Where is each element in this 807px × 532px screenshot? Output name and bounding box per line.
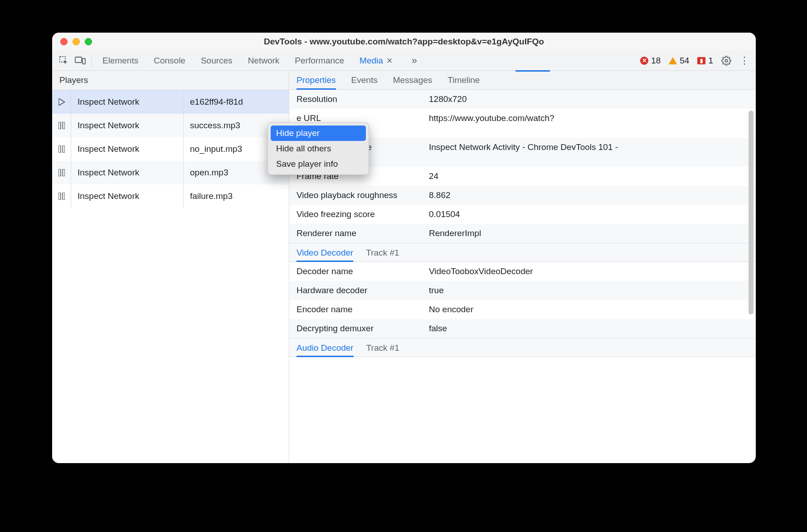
inspect-element-icon[interactable]: [56, 53, 72, 69]
prop-value: RendererImpl: [429, 228, 749, 238]
player-label: Inspect Network: [71, 184, 184, 208]
prop-key: Renderer name: [297, 228, 429, 238]
issues-count: 1: [708, 56, 713, 66]
tab-network[interactable]: Network: [248, 54, 280, 68]
close-window-button[interactable]: [60, 38, 68, 45]
video-decoder-section: Video Decoder Track #1: [289, 243, 756, 262]
svg-point-3: [725, 59, 728, 62]
section-title[interactable]: Video Decoder: [297, 248, 353, 262]
player-row[interactable]: Inspect Network success.mp3: [52, 114, 289, 137]
player-row[interactable]: Inspect Network no_input.mp3: [52, 137, 289, 161]
kebab-menu-icon[interactable]: ⋮: [739, 55, 749, 67]
tab-performance[interactable]: Performance: [295, 54, 344, 68]
scrollbar-thumb[interactable]: [749, 111, 754, 314]
tab-sources[interactable]: Sources: [201, 54, 233, 68]
prop-key: Video freezing score: [297, 209, 429, 219]
minimize-window-button[interactable]: [73, 38, 80, 45]
pause-icon: [52, 184, 71, 208]
tab-elements[interactable]: Elements: [102, 54, 138, 68]
prop-row: Video freezing score 0.01504: [289, 205, 756, 224]
pause-icon: [52, 137, 71, 161]
players-list: Inspect Network e162ff94-f81d Inspect Ne…: [52, 90, 289, 463]
prop-value: No encoder: [429, 305, 749, 314]
issues-icon: ▮: [697, 57, 705, 65]
issues-badge[interactable]: ▮ 1: [697, 56, 713, 66]
ctx-hide-player[interactable]: Hide player: [271, 126, 366, 141]
player-row[interactable]: Inspect Network open.mp3: [52, 161, 289, 184]
traffic-lights: [52, 38, 92, 45]
tab-media-label: Media: [360, 56, 383, 66]
svg-rect-5: [63, 122, 65, 129]
ctx-hide-others[interactable]: Hide all others: [271, 141, 366, 156]
svg-rect-7: [63, 145, 65, 153]
devtools-window: DevTools - www.youtube.com/watch?app=des…: [52, 33, 756, 463]
close-icon[interactable]: ×: [387, 56, 393, 66]
section-track[interactable]: Track #1: [366, 343, 399, 353]
svg-rect-6: [58, 145, 61, 153]
subtab-properties[interactable]: Properties: [297, 75, 336, 90]
panel-body: Players Inspect Network e162ff94-f81d In: [52, 71, 756, 463]
settings-icon[interactable]: [721, 56, 731, 66]
pause-icon: [52, 114, 71, 137]
window-title: DevTools - www.youtube.com/watch?app=des…: [52, 37, 756, 47]
player-label: Inspect Network: [71, 161, 184, 184]
pause-icon: [52, 161, 71, 184]
prop-value: Inspect Network Activity - Chrome DevToo…: [429, 142, 749, 152]
prop-key: Encoder name: [297, 305, 429, 314]
warning-icon: [669, 57, 677, 65]
prop-key: Hardware decoder: [297, 285, 429, 295]
subtab-messages[interactable]: Messages: [393, 75, 433, 85]
prop-key: e URL: [297, 113, 429, 123]
player-label: Inspect Network: [71, 137, 184, 161]
tab-underline: [515, 70, 550, 72]
prop-row: Hardware decoder true: [289, 281, 756, 300]
prop-row: Decoder name VideoTooboxVideoDecoder: [289, 262, 756, 281]
sidebar-header: Players: [52, 71, 289, 90]
ctx-save-player-info[interactable]: Save player info: [271, 156, 366, 172]
error-badge[interactable]: ✕ 18: [640, 56, 661, 66]
prop-value: https://www.youtube.com/watch?: [429, 113, 749, 123]
tab-console[interactable]: Console: [154, 54, 185, 68]
prop-key: Resolution: [297, 94, 429, 104]
prop-value: 24: [429, 171, 749, 181]
player-file: failure.mp3: [184, 184, 289, 208]
prop-key: Video playback roughness: [297, 190, 429, 200]
player-row[interactable]: Inspect Network e162ff94-f81d: [52, 90, 289, 114]
svg-rect-9: [63, 169, 65, 176]
divider: [91, 54, 92, 67]
player-label: Inspect Network: [71, 114, 184, 137]
svg-rect-2: [83, 58, 85, 64]
prop-row: Resolution 1280x720: [289, 90, 756, 109]
players-sidebar: Players Inspect Network e162ff94-f81d In: [52, 71, 289, 463]
section-track[interactable]: Track #1: [366, 248, 399, 258]
subtab-events[interactable]: Events: [351, 75, 378, 85]
more-tabs-icon[interactable]: »: [412, 55, 417, 67]
warning-badge[interactable]: 54: [669, 56, 689, 66]
prop-row: Video playback roughness 8.862: [289, 186, 756, 205]
detail-tabs: Properties Events Messages Timeline: [289, 71, 756, 90]
prop-key: Decrypting demuxer: [297, 324, 429, 334]
error-icon: ✕: [640, 57, 648, 65]
error-count: 18: [651, 56, 661, 66]
prop-value: VideoTooboxVideoDecoder: [429, 266, 749, 276]
svg-rect-10: [58, 193, 61, 200]
panel-tabs: Elements Console Sources Network Perform…: [102, 54, 417, 68]
subtab-timeline[interactable]: Timeline: [447, 75, 480, 85]
section-title[interactable]: Audio Decoder: [297, 343, 354, 357]
player-row[interactable]: Inspect Network failure.mp3: [52, 184, 289, 208]
player-label: Inspect Network: [71, 90, 184, 114]
svg-rect-4: [58, 122, 61, 129]
prop-row: Decrypting demuxer false: [289, 319, 756, 338]
prop-row: Renderer name RendererImpl: [289, 224, 756, 243]
svg-rect-11: [63, 193, 65, 200]
context-menu: Hide player Hide all others Save player …: [267, 122, 369, 175]
prop-value: false: [429, 324, 749, 334]
zoom-window-button[interactable]: [85, 38, 92, 45]
prop-key: Decoder name: [297, 266, 429, 276]
tab-media[interactable]: Media ×: [360, 54, 393, 68]
svg-rect-1: [75, 57, 82, 63]
prop-value: 1280x720: [429, 94, 749, 104]
warning-count: 54: [680, 56, 689, 66]
prop-value: 0.01504: [429, 209, 749, 219]
device-toolbar-icon[interactable]: [72, 53, 88, 69]
